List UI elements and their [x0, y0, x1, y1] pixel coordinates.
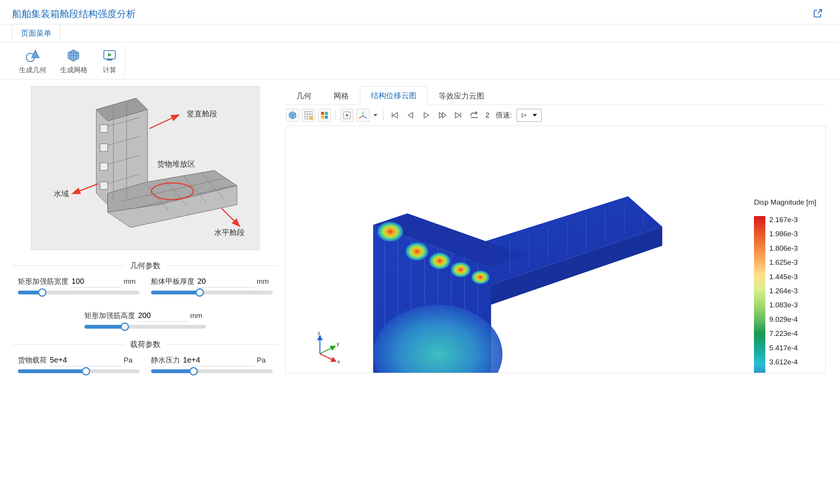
axes-orientation-button[interactable] — [356, 109, 369, 122]
toolbar-label: 生成网格 — [60, 65, 87, 75]
svg-text:y: y — [337, 341, 339, 347]
svg-marker-57 — [393, 113, 398, 118]
legend-tick: 1.264e-3 — [769, 287, 800, 294]
zoom-extents-button[interactable] — [340, 109, 353, 122]
svg-rect-28 — [100, 163, 108, 170]
param-rib-height: 矩形加强筋高度 mm — [84, 310, 206, 329]
svg-text:z: z — [318, 331, 320, 336]
svg-line-33 — [73, 184, 98, 193]
scene-light-button[interactable] — [318, 109, 331, 122]
frame-next-button[interactable] — [436, 109, 449, 122]
cargo-load-input[interactable] — [49, 354, 121, 366]
toggle-grid-button[interactable] — [302, 109, 315, 122]
page-menu-button[interactable]: 页面菜单 — [12, 24, 60, 42]
param-label: 矩形加强筋高度 — [84, 311, 135, 321]
param-label: 货物载荷 — [18, 355, 47, 365]
view-iso-button[interactable] — [286, 109, 299, 122]
svg-rect-9 — [107, 59, 112, 60]
legend-tick: 1.625e-3 — [769, 259, 800, 266]
tab-geometry[interactable]: 几何 — [285, 87, 323, 105]
svg-marker-55 — [374, 114, 377, 116]
svg-rect-45 — [321, 112, 324, 115]
diagram-label-vertical: 竖直舱段 — [187, 109, 217, 119]
speed-label: 倍速: — [494, 110, 514, 120]
svg-point-89 — [429, 253, 450, 269]
legend-tick: 9.029e-4 — [769, 316, 800, 323]
legend-tick: 1.083e-3 — [769, 301, 800, 308]
svg-marker-58 — [408, 113, 413, 118]
param-unit: mm — [190, 312, 206, 320]
svg-marker-62 — [455, 113, 460, 118]
tab-displacement[interactable]: 结构位移云图 — [360, 86, 428, 105]
frame-prev-button[interactable] — [404, 109, 417, 122]
color-legend: Disp Magnitude [m] 2.167e-31.986e-31.806… — [754, 198, 816, 373]
param-rib-width: 矩形加强筋宽度 mm — [18, 275, 140, 294]
svg-text:x: x — [337, 359, 340, 364]
legend-tick: 1.806e-3 — [769, 245, 800, 252]
param-unit: Pa — [257, 356, 273, 364]
param-cargo-load: 货物载荷 Pa — [18, 354, 140, 373]
tab-stress[interactable]: 等效应力云图 — [428, 87, 495, 105]
svg-rect-30 — [100, 125, 108, 132]
legend-title: Disp Magnitude [m] — [754, 198, 816, 207]
rib-width-input[interactable] — [71, 275, 121, 288]
gen-mesh-button[interactable]: 生成网格 — [53, 46, 94, 76]
svg-point-44 — [310, 117, 313, 120]
svg-point-87 — [377, 222, 403, 242]
legend-tick: 5.417e-4 — [769, 344, 800, 351]
legend-colorbar — [754, 216, 765, 373]
rib-height-input[interactable] — [137, 310, 188, 322]
svg-rect-48 — [325, 116, 328, 119]
frame-number: 2 — [484, 111, 491, 119]
param-unit: mm — [124, 277, 140, 286]
frame-last-button[interactable] — [452, 109, 465, 122]
gen-geometry-button[interactable]: 生成几何 — [12, 46, 53, 76]
parameters-panel: 竖直舱段 货物堆放区 水域 水平舱段 几何参数 矩形加强筋宽度 mm — [12, 86, 278, 373]
legend-tick: 2.167e-3 — [769, 216, 800, 223]
rib-width-slider[interactable] — [18, 291, 140, 294]
param-label: 船体甲板厚度 — [151, 277, 194, 286]
section-geom-title: 几何参数 — [124, 261, 167, 271]
svg-point-91 — [471, 270, 490, 284]
displacement-contour-plot — [331, 141, 712, 373]
param-deck-thick: 船体甲板厚度 mm — [151, 275, 273, 294]
open-external-icon[interactable] — [813, 8, 823, 19]
svg-rect-29 — [100, 182, 108, 189]
schematic-diagram: 竖直舱段 货物堆放区 水域 水平舱段 — [31, 86, 259, 250]
geometry-icon — [24, 47, 41, 64]
axes-dropdown-icon[interactable] — [372, 109, 378, 122]
param-unit: Pa — [124, 356, 140, 364]
chevron-down-icon — [532, 113, 537, 118]
svg-line-53 — [363, 116, 367, 118]
loop-button[interactable] — [468, 109, 481, 122]
cargo-load-slider[interactable] — [18, 369, 140, 373]
svg-line-54 — [359, 116, 363, 118]
tab-mesh[interactable]: 网格 — [323, 87, 360, 105]
play-button[interactable] — [420, 109, 433, 122]
deck-thick-slider[interactable] — [151, 291, 273, 294]
svg-line-34 — [222, 208, 239, 226]
svg-point-88 — [405, 242, 428, 261]
frame-first-button[interactable] — [388, 109, 401, 122]
diagram-label-water: 水域 — [54, 189, 69, 199]
result-viewport[interactable]: Disp Magnitude [m] 2.167e-31.986e-31.806… — [285, 126, 826, 373]
param-label: 静水压力 — [151, 355, 180, 365]
rib-height-slider[interactable] — [84, 325, 206, 329]
svg-marker-10 — [108, 53, 112, 57]
axis-tripod-icon: z y x — [308, 331, 343, 365]
speed-select[interactable]: 1× — [517, 109, 542, 122]
svg-rect-27 — [100, 144, 108, 151]
hydrostatic-slider[interactable] — [151, 369, 273, 373]
svg-line-94 — [320, 346, 335, 354]
diagram-label-cargo: 货物堆放区 — [157, 159, 195, 169]
toolbar-label: 生成几何 — [19, 65, 46, 75]
svg-rect-47 — [321, 116, 324, 119]
hydrostatic-input[interactable] — [182, 354, 254, 366]
page-title: 船舶集装箱舱段结构强度分析 — [12, 8, 136, 20]
svg-rect-46 — [325, 112, 328, 115]
param-hydrostatic: 静水压力 Pa — [151, 354, 273, 373]
compute-icon — [101, 47, 118, 64]
deck-thick-input[interactable] — [197, 275, 254, 288]
compute-button[interactable]: 计算 — [94, 46, 125, 76]
toolbar-label: 计算 — [103, 65, 116, 75]
